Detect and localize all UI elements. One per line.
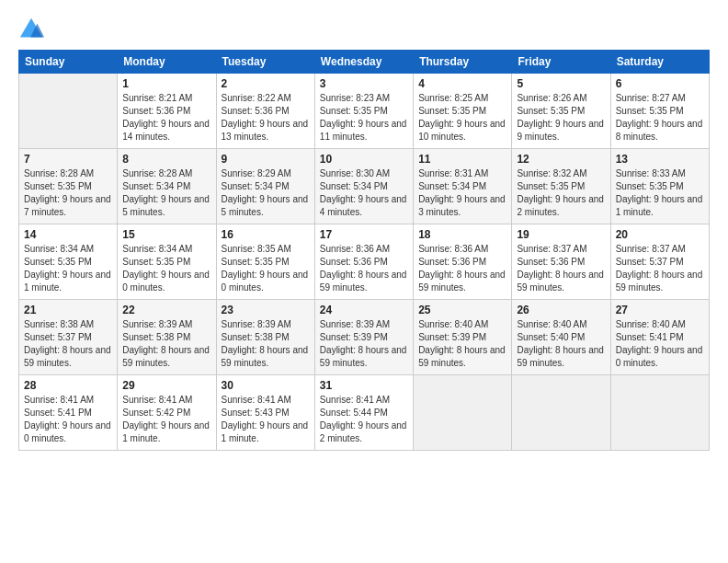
weekday-saturday: Saturday bbox=[610, 51, 709, 74]
day-info: Sunrise: 8:31 AMSunset: 5:34 PMDaylight:… bbox=[418, 167, 506, 219]
logo bbox=[18, 17, 48, 42]
calendar-cell: 11Sunrise: 8:31 AMSunset: 5:34 PMDayligh… bbox=[414, 149, 512, 224]
day-number: 30 bbox=[222, 379, 310, 392]
day-info: Sunrise: 8:41 AMSunset: 5:42 PMDaylight:… bbox=[122, 394, 210, 445]
calendar-cell: 23Sunrise: 8:39 AMSunset: 5:38 PMDayligh… bbox=[216, 300, 314, 375]
weekday-monday: Monday bbox=[118, 51, 216, 74]
calendar-cell: 28Sunrise: 8:41 AMSunset: 5:41 PMDayligh… bbox=[19, 375, 118, 451]
header bbox=[18, 17, 710, 42]
page: SundayMondayTuesdayWednesdayThursdayFrid… bbox=[0, 0, 728, 563]
day-number: 3 bbox=[320, 77, 408, 90]
day-info: Sunrise: 8:25 AMSunset: 5:35 PMDaylight:… bbox=[418, 92, 506, 144]
day-number: 28 bbox=[24, 379, 112, 392]
day-number: 7 bbox=[24, 153, 112, 166]
calendar-table: SundayMondayTuesdayWednesdayThursdayFrid… bbox=[18, 50, 710, 451]
day-info: Sunrise: 8:23 AMSunset: 5:35 PMDaylight:… bbox=[320, 92, 408, 144]
day-number: 10 bbox=[320, 153, 408, 166]
day-number: 1 bbox=[122, 77, 210, 90]
calendar-cell: 17Sunrise: 8:36 AMSunset: 5:36 PMDayligh… bbox=[314, 224, 413, 300]
calendar-cell: 2Sunrise: 8:22 AMSunset: 5:36 PMDaylight… bbox=[216, 74, 314, 149]
calendar-cell: 12Sunrise: 8:32 AMSunset: 5:35 PMDayligh… bbox=[512, 149, 610, 224]
day-number: 27 bbox=[616, 304, 704, 316]
day-info: Sunrise: 8:22 AMSunset: 5:36 PMDaylight:… bbox=[222, 92, 310, 144]
calendar-cell: 30Sunrise: 8:41 AMSunset: 5:43 PMDayligh… bbox=[216, 375, 314, 451]
week-row-4: 28Sunrise: 8:41 AMSunset: 5:41 PMDayligh… bbox=[19, 375, 710, 451]
day-number: 31 bbox=[320, 379, 408, 392]
day-info: Sunrise: 8:36 AMSunset: 5:36 PMDaylight:… bbox=[320, 243, 408, 294]
day-number: 17 bbox=[320, 228, 408, 241]
week-row-2: 14Sunrise: 8:34 AMSunset: 5:35 PMDayligh… bbox=[19, 224, 710, 300]
calendar-cell bbox=[512, 375, 610, 451]
day-number: 4 bbox=[418, 77, 506, 90]
week-row-1: 7Sunrise: 8:28 AMSunset: 5:35 PMDaylight… bbox=[19, 149, 710, 224]
day-number: 20 bbox=[616, 228, 704, 241]
day-info: Sunrise: 8:40 AMSunset: 5:39 PMDaylight:… bbox=[418, 318, 506, 370]
day-number: 22 bbox=[122, 304, 210, 316]
day-info: Sunrise: 8:27 AMSunset: 5:35 PMDaylight:… bbox=[616, 92, 704, 144]
day-info: Sunrise: 8:39 AMSunset: 5:38 PMDaylight:… bbox=[222, 318, 310, 370]
day-number: 5 bbox=[517, 77, 605, 90]
day-number: 11 bbox=[418, 153, 506, 166]
day-info: Sunrise: 8:37 AMSunset: 5:37 PMDaylight:… bbox=[616, 243, 704, 294]
logo-icon bbox=[18, 17, 44, 42]
day-info: Sunrise: 8:38 AMSunset: 5:37 PMDaylight:… bbox=[24, 318, 112, 370]
day-number: 16 bbox=[222, 228, 310, 241]
calendar-cell: 7Sunrise: 8:28 AMSunset: 5:35 PMDaylight… bbox=[19, 149, 118, 224]
day-number: 25 bbox=[418, 304, 506, 316]
day-info: Sunrise: 8:36 AMSunset: 5:36 PMDaylight:… bbox=[418, 243, 506, 294]
calendar-cell: 24Sunrise: 8:39 AMSunset: 5:39 PMDayligh… bbox=[314, 300, 413, 375]
calendar-cell: 15Sunrise: 8:34 AMSunset: 5:35 PMDayligh… bbox=[118, 224, 216, 300]
day-number: 12 bbox=[517, 153, 605, 166]
calendar-cell: 25Sunrise: 8:40 AMSunset: 5:39 PMDayligh… bbox=[414, 300, 512, 375]
calendar-cell: 26Sunrise: 8:40 AMSunset: 5:40 PMDayligh… bbox=[512, 300, 610, 375]
day-number: 21 bbox=[24, 304, 112, 316]
day-number: 15 bbox=[122, 228, 210, 241]
day-info: Sunrise: 8:29 AMSunset: 5:34 PMDaylight:… bbox=[222, 167, 310, 219]
calendar-cell: 29Sunrise: 8:41 AMSunset: 5:42 PMDayligh… bbox=[118, 375, 216, 451]
calendar-cell: 27Sunrise: 8:40 AMSunset: 5:41 PMDayligh… bbox=[610, 300, 709, 375]
day-number: 26 bbox=[517, 304, 605, 316]
calendar-cell: 13Sunrise: 8:33 AMSunset: 5:35 PMDayligh… bbox=[610, 149, 709, 224]
day-number: 8 bbox=[122, 153, 210, 166]
day-info: Sunrise: 8:41 AMSunset: 5:43 PMDaylight:… bbox=[222, 394, 310, 445]
day-info: Sunrise: 8:33 AMSunset: 5:35 PMDaylight:… bbox=[616, 167, 704, 219]
weekday-wednesday: Wednesday bbox=[314, 51, 413, 74]
day-number: 29 bbox=[122, 379, 210, 392]
day-info: Sunrise: 8:28 AMSunset: 5:35 PMDaylight:… bbox=[24, 167, 112, 219]
calendar-cell: 20Sunrise: 8:37 AMSunset: 5:37 PMDayligh… bbox=[610, 224, 709, 300]
day-info: Sunrise: 8:26 AMSunset: 5:35 PMDaylight:… bbox=[517, 92, 605, 144]
day-number: 2 bbox=[222, 77, 310, 90]
day-number: 23 bbox=[222, 304, 310, 316]
day-info: Sunrise: 8:28 AMSunset: 5:34 PMDaylight:… bbox=[122, 167, 210, 219]
day-info: Sunrise: 8:34 AMSunset: 5:35 PMDaylight:… bbox=[122, 243, 210, 294]
weekday-header-row: SundayMondayTuesdayWednesdayThursdayFrid… bbox=[19, 51, 710, 74]
calendar-cell: 21Sunrise: 8:38 AMSunset: 5:37 PMDayligh… bbox=[19, 300, 118, 375]
day-info: Sunrise: 8:41 AMSunset: 5:41 PMDaylight:… bbox=[24, 394, 112, 445]
day-number: 18 bbox=[418, 228, 506, 241]
day-info: Sunrise: 8:32 AMSunset: 5:35 PMDaylight:… bbox=[517, 167, 605, 219]
calendar-cell bbox=[610, 375, 709, 451]
day-number: 14 bbox=[24, 228, 112, 241]
day-info: Sunrise: 8:40 AMSunset: 5:41 PMDaylight:… bbox=[616, 318, 704, 370]
calendar-cell: 3Sunrise: 8:23 AMSunset: 5:35 PMDaylight… bbox=[314, 74, 413, 149]
calendar-cell: 14Sunrise: 8:34 AMSunset: 5:35 PMDayligh… bbox=[19, 224, 118, 300]
weekday-thursday: Thursday bbox=[414, 51, 512, 74]
calendar-cell: 31Sunrise: 8:41 AMSunset: 5:44 PMDayligh… bbox=[314, 375, 413, 451]
day-info: Sunrise: 8:35 AMSunset: 5:35 PMDaylight:… bbox=[222, 243, 310, 294]
day-number: 9 bbox=[222, 153, 310, 166]
week-row-3: 21Sunrise: 8:38 AMSunset: 5:37 PMDayligh… bbox=[19, 300, 710, 375]
calendar-cell bbox=[414, 375, 512, 451]
day-info: Sunrise: 8:39 AMSunset: 5:38 PMDaylight:… bbox=[122, 318, 210, 370]
calendar-cell: 6Sunrise: 8:27 AMSunset: 5:35 PMDaylight… bbox=[610, 74, 709, 149]
calendar-cell: 16Sunrise: 8:35 AMSunset: 5:35 PMDayligh… bbox=[216, 224, 314, 300]
day-info: Sunrise: 8:40 AMSunset: 5:40 PMDaylight:… bbox=[517, 318, 605, 370]
weekday-sunday: Sunday bbox=[19, 51, 118, 74]
weekday-friday: Friday bbox=[512, 51, 610, 74]
calendar-cell: 8Sunrise: 8:28 AMSunset: 5:34 PMDaylight… bbox=[118, 149, 216, 224]
calendar-cell: 1Sunrise: 8:21 AMSunset: 5:36 PMDaylight… bbox=[118, 74, 216, 149]
day-number: 13 bbox=[616, 153, 704, 166]
calendar-cell: 22Sunrise: 8:39 AMSunset: 5:38 PMDayligh… bbox=[118, 300, 216, 375]
calendar-cell: 10Sunrise: 8:30 AMSunset: 5:34 PMDayligh… bbox=[314, 149, 413, 224]
calendar-cell: 9Sunrise: 8:29 AMSunset: 5:34 PMDaylight… bbox=[216, 149, 314, 224]
calendar-cell: 18Sunrise: 8:36 AMSunset: 5:36 PMDayligh… bbox=[414, 224, 512, 300]
